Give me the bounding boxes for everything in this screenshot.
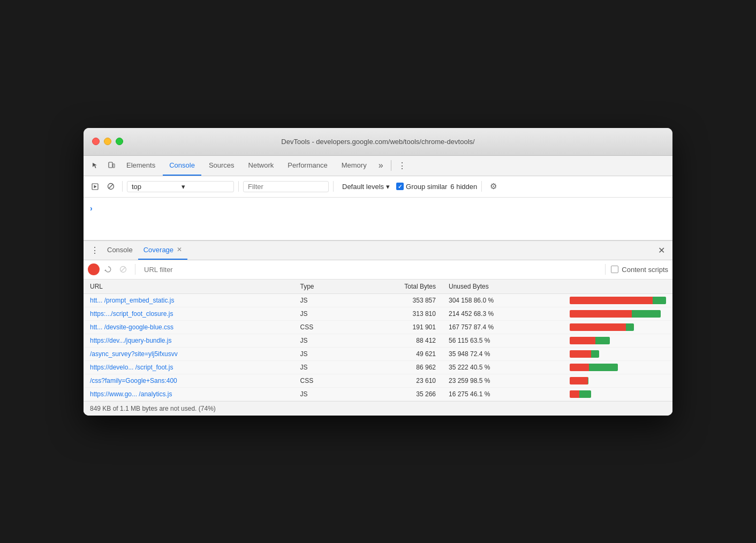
col-unused-bytes: Unused Bytes	[442, 280, 563, 294]
cell-url: /css?family=Google+Sans:400	[84, 374, 294, 387]
cell-bar	[563, 320, 672, 334]
reload-icon	[104, 266, 112, 273]
record-button[interactable]	[88, 263, 100, 275]
tab-separator	[391, 160, 391, 171]
cell-total-bytes: 191 901	[350, 320, 442, 334]
cell-bar	[563, 347, 672, 360]
devtools-menu-button[interactable]: ⋮	[395, 158, 410, 173]
device-icon	[108, 162, 115, 169]
devtools-window: DevTools - developers.google.com/web/too…	[84, 128, 672, 416]
cell-url: htt... /devsite-google-blue.css	[84, 320, 294, 334]
used-bar-segment	[626, 323, 634, 331]
table-row[interactable]: https://www.go... /analytics.jsJS35 2661…	[84, 387, 672, 401]
toolbar-sep-3	[333, 181, 334, 192]
settings-button[interactable]: ⚙	[486, 179, 500, 193]
device-toolbar-button[interactable]	[104, 158, 119, 173]
more-tabs-button[interactable]: »	[374, 155, 388, 176]
cell-url: https://www.go... /analytics.js	[84, 387, 294, 401]
coverage-tab-close[interactable]: ✕	[177, 246, 182, 253]
levels-arrow: ▾	[386, 183, 390, 191]
cell-type: CSS	[294, 374, 350, 387]
filter-input[interactable]	[243, 181, 329, 192]
unused-bar-segment	[570, 337, 595, 344]
tab-sources[interactable]: Sources	[202, 155, 241, 176]
unused-bar-segment	[570, 377, 588, 384]
toolbar-sep-4	[481, 181, 482, 192]
cell-total-bytes: 88 412	[350, 334, 442, 347]
cell-total-bytes: 35 266	[350, 387, 442, 401]
col-type: Type	[294, 280, 350, 294]
reload-button[interactable]	[102, 263, 115, 276]
drawer-tab-coverage[interactable]: Coverage ✕	[138, 240, 187, 260]
close-button[interactable]	[92, 138, 100, 145]
table-row[interactable]: https:.../script_foot_closure.jsJS313 81…	[84, 307, 672, 320]
used-bar-segment	[591, 350, 599, 358]
drawer-tab-console[interactable]: Console	[102, 240, 138, 260]
table-row[interactable]: https://develo... /script_foot.jsJS86 96…	[84, 360, 672, 374]
cell-total-bytes: 49 621	[350, 347, 442, 360]
group-similar-label: Group similar	[406, 183, 447, 191]
usage-bar	[570, 297, 666, 304]
usage-bar	[570, 350, 599, 358]
levels-button[interactable]: Default levels ▾	[338, 182, 394, 192]
tab-network[interactable]: Network	[242, 155, 281, 176]
col-url: URL	[84, 280, 294, 294]
table-row[interactable]: htt... /devsite-google-blue.cssCSS191 90…	[84, 320, 672, 334]
table-row[interactable]: https://dev.../jquery-bundle.jsJS88 4125…	[84, 334, 672, 347]
table-row[interactable]: htt... /prompt_embed_static.jsJS353 8573…	[84, 293, 672, 307]
drawer-tab-bar: ⋮ Console Coverage ✕ ✕	[84, 241, 672, 260]
tab-memory[interactable]: Memory	[335, 155, 373, 176]
table-row[interactable]: /async_survey?site=ylj5ifxusvvJS49 62135…	[84, 347, 672, 360]
content-scripts-area: Content scripts	[611, 266, 668, 274]
drawer: ⋮ Console Coverage ✕ ✕	[84, 240, 672, 416]
cell-type: JS	[294, 293, 350, 307]
cell-bar	[563, 387, 672, 401]
context-value: top	[132, 183, 179, 191]
cell-total-bytes: 353 857	[350, 293, 442, 307]
cursor-icon	[92, 162, 99, 169]
url-filter-input[interactable]	[141, 265, 600, 275]
usage-bar	[570, 310, 661, 318]
maximize-button[interactable]	[116, 138, 123, 145]
clear-button[interactable]	[104, 179, 118, 193]
tab-performance[interactable]: Performance	[281, 155, 334, 176]
content-scripts-checkbox[interactable]	[611, 266, 618, 273]
tab-console[interactable]: Console	[163, 155, 201, 176]
unused-bar-segment	[570, 297, 653, 304]
unused-bar-segment	[570, 390, 579, 398]
cell-unused-bytes: 35 948 72.4 %	[442, 347, 563, 360]
table-header-row: URL Type Total Bytes Unused Bytes	[84, 280, 672, 294]
cell-url: https://dev.../jquery-bundle.js	[84, 334, 294, 347]
cell-type: JS	[294, 307, 350, 320]
context-selector[interactable]: top ▾	[127, 181, 234, 192]
cell-bar	[563, 334, 672, 347]
content-scripts-label: Content scripts	[622, 266, 668, 274]
usage-bar	[570, 377, 588, 384]
cell-bar	[563, 360, 672, 374]
clear-coverage-button[interactable]	[117, 263, 130, 276]
usage-bar	[570, 364, 618, 371]
drawer-close-button[interactable]: ✕	[654, 243, 668, 257]
drawer-more-button[interactable]: ⋮	[88, 243, 102, 257]
console-prompt[interactable]: ›	[88, 202, 95, 215]
minimize-button[interactable]	[104, 138, 111, 145]
coverage-table-container: URL Type Total Bytes Unused Bytes htt...…	[84, 280, 672, 401]
group-similar-checkbox[interactable]	[396, 183, 404, 190]
usage-bar	[570, 390, 591, 398]
cell-url: /async_survey?site=ylj5ifxusvv	[84, 347, 294, 360]
group-similar-area: Group similar 6 hidden	[406, 183, 477, 191]
block-icon	[107, 183, 115, 190]
cell-url: https:.../script_foot_closure.js	[84, 307, 294, 320]
play-icon	[92, 183, 99, 190]
table-row[interactable]: /css?family=Google+Sans:400CSS23 61023 2…	[84, 374, 672, 387]
cell-unused-bytes: 304 158 86.0 %	[442, 293, 563, 307]
usage-bar	[570, 323, 634, 331]
play-button[interactable]	[88, 179, 102, 193]
svg-marker-6	[104, 269, 107, 271]
used-bar-segment	[653, 297, 666, 304]
used-bar-segment	[595, 337, 610, 344]
devtools-tab-bar: Elements Console Sources Network Perform…	[84, 156, 672, 176]
cell-total-bytes: 86 962	[350, 360, 442, 374]
tab-elements[interactable]: Elements	[120, 155, 162, 176]
inspect-element-button[interactable]	[88, 158, 103, 173]
